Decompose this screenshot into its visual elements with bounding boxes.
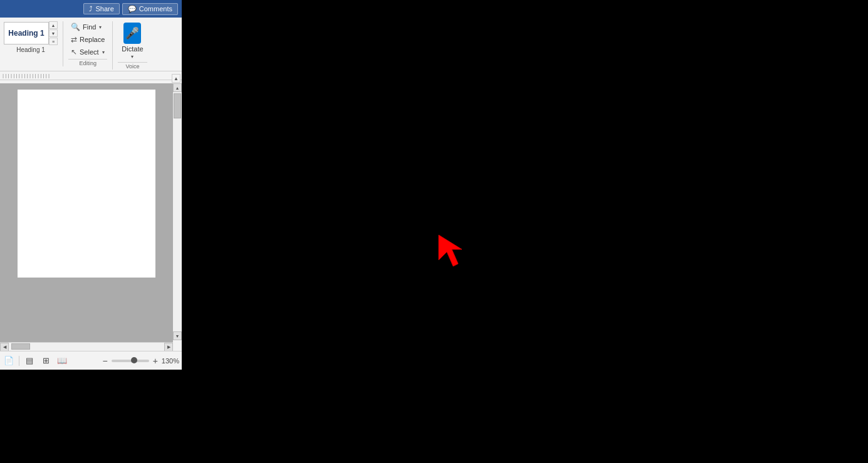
print-layout-icon[interactable]: ▤ (23, 355, 36, 367)
editing-buttons: 🔍 Find ▾ ⇄ Replace ↖ Select ▾ (68, 21, 107, 58)
ribbon: Heading 1 ▲ ▼ ≡ Heading 1 🔍 Find ▾ (0, 18, 182, 71)
horizontal-scrollbar[interactable]: ◀ ▶ (0, 342, 173, 351)
hscroll-track (9, 343, 164, 351)
share-label: Share (95, 5, 113, 13)
dictate-button[interactable]: 🎤 Dictate ▾ (118, 21, 147, 61)
status-bar: 📄 ▤ ⊞ 📖 − + 130% (0, 351, 182, 370)
share-bar: ⤴ Share 💬 Comments (0, 0, 182, 18)
replace-button[interactable]: ⇄ Replace (68, 34, 107, 45)
bottom-black (0, 370, 182, 463)
dictate-label: Dictate (122, 45, 143, 53)
find-chevron: ▾ (99, 24, 102, 30)
style-arrows: ▲ ▼ ≡ (49, 21, 58, 45)
find-icon: 🔍 (71, 23, 80, 31)
hscroll-right-button[interactable]: ▶ (164, 343, 173, 351)
style-row: Heading 1 ▲ ▼ ≡ (4, 21, 58, 45)
microphone-icon: 🎤 (123, 23, 141, 44)
dictate-chevron: ▾ (131, 54, 133, 60)
collapse-ribbon-button[interactable]: ▲ (172, 74, 180, 83)
read-mode-icon[interactable]: 📖 (56, 355, 68, 367)
ruler: | | | | | | | | | | | | | | | | | | (0, 71, 182, 80)
zoom-percent: 130% (162, 357, 179, 365)
find-button[interactable]: 🔍 Find ▾ (68, 21, 107, 33)
zoom-minus-button[interactable]: − (101, 356, 108, 366)
editing-group: 🔍 Find ▾ ⇄ Replace ↖ Select ▾ Editing (63, 21, 107, 66)
style-name-preview: Heading 1 (8, 29, 44, 38)
document-area (0, 83, 173, 351)
ribbon-controls: Heading 1 ▲ ▼ ≡ Heading 1 🔍 Find ▾ (0, 19, 182, 71)
status-divider-1 (19, 356, 19, 366)
hscroll-left-button[interactable]: ◀ (0, 343, 9, 351)
black-background (182, 0, 868, 463)
style-preview: Heading 1 (4, 22, 49, 44)
vertical-scrollbar[interactable]: ▲ ▼ (173, 83, 182, 340)
zoom-plus-button[interactable]: + (152, 356, 159, 366)
comments-button[interactable]: 💬 Comments (122, 3, 178, 15)
comments-label: Comments (139, 5, 172, 13)
page-view-icon[interactable]: 📄 (3, 355, 15, 367)
comments-icon: 💬 (128, 5, 137, 13)
select-chevron: ▾ (102, 49, 105, 55)
select-label: Select (80, 48, 99, 56)
styles-panel: Heading 1 ▲ ▼ ≡ Heading 1 (4, 21, 58, 53)
voice-group-label: Voice (118, 62, 147, 70)
hscroll-thumb[interactable] (11, 343, 30, 350)
web-layout-icon[interactable]: ⊞ (39, 355, 52, 367)
replace-icon: ⇄ (71, 35, 77, 44)
voice-group: 🎤 Dictate ▾ Voice (112, 21, 147, 70)
share-button[interactable]: ⤴ Share (83, 3, 119, 14)
scroll-up-button[interactable]: ▲ (173, 83, 182, 92)
zoom-slider-thumb[interactable] (131, 357, 137, 363)
word-window: ⤴ Share 💬 Comments Heading 1 ▲ ▼ ≡ (0, 0, 182, 370)
document-page (18, 90, 155, 278)
style-down-button[interactable]: ▼ (49, 29, 58, 37)
zoom-slider[interactable] (112, 360, 149, 362)
find-label: Find (83, 23, 96, 31)
editing-group-label: Editing (68, 59, 107, 66)
replace-label: Replace (80, 36, 105, 43)
style-label: Heading 1 (16, 46, 45, 53)
select-icon: ↖ (71, 48, 77, 56)
scroll-thumb[interactable] (174, 93, 181, 118)
select-button[interactable]: ↖ Select ▾ (68, 46, 107, 58)
scroll-down-button[interactable]: ▼ (173, 331, 182, 340)
zoom-bar: − + 130% (101, 356, 179, 366)
share-icon: ⤴ (89, 5, 93, 13)
style-expand-button[interactable]: ≡ (49, 38, 58, 45)
style-up-button[interactable]: ▲ (49, 21, 58, 29)
